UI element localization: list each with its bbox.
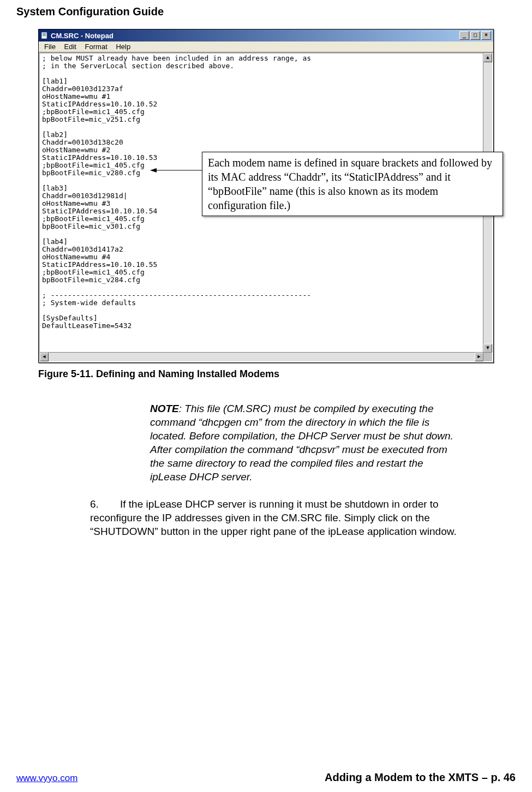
doc-header: System Configuration Guide [16, 5, 516, 18]
screenshot: CM.SRC - Notepad _ □ × File Edit Format … [38, 29, 494, 363]
minimize-button[interactable]: _ [459, 31, 469, 40]
titlebar: CM.SRC - Notepad _ □ × [39, 29, 493, 41]
scroll-down-icon[interactable]: ▼ [483, 344, 492, 353]
svg-rect-3 [43, 35, 46, 36]
callout-text: Each modem name is defined in square bra… [208, 157, 492, 211]
scroll-up-icon[interactable]: ▲ [483, 53, 492, 62]
scroll-right-icon[interactable]: ► [475, 353, 483, 361]
note-block: NOTE: This file (CM.SRC) must be compile… [76, 402, 456, 484]
step-number: 6. [90, 497, 120, 511]
close-button[interactable]: × [481, 31, 491, 40]
notepad-icon [41, 32, 49, 39]
callout-box: Each modem name is defined in square bra… [202, 152, 503, 216]
menu-help[interactable]: Help [112, 43, 134, 51]
step-6: 6.If the ipLease DHCP server is running … [90, 497, 483, 538]
maximize-button[interactable]: □ [470, 31, 480, 40]
menu-file[interactable]: File [41, 43, 59, 51]
footer-url[interactable]: www.vyyo.com [16, 773, 77, 784]
figure-caption: Figure 5-11. Defining and Naming Install… [38, 368, 516, 380]
callout-arrow-icon [150, 165, 202, 166]
scroll-left-icon[interactable]: ◄ [40, 353, 49, 361]
window-title: CM.SRC - Notepad [49, 32, 459, 40]
menu-format[interactable]: Format [82, 43, 111, 51]
step-text: If the ipLease DHCP server is running it… [90, 498, 457, 537]
scrollbar-corner [483, 352, 492, 361]
page-footer: www.vyyo.com Adding a Modem to the XMTS … [16, 771, 516, 784]
svg-marker-5 [150, 168, 157, 172]
menu-bar: File Edit Format Help [39, 41, 493, 52]
svg-rect-1 [43, 33, 46, 34]
svg-rect-2 [43, 34, 46, 35]
footer-section-page: Adding a Modem to the XMTS – p. 46 [325, 771, 516, 784]
horizontal-scrollbar[interactable]: ◄ ► [40, 352, 483, 361]
note-text: : This file (CM.SRC) must be compiled by… [150, 403, 453, 483]
note-label: NOTE [150, 403, 179, 414]
menu-edit[interactable]: Edit [61, 43, 80, 51]
